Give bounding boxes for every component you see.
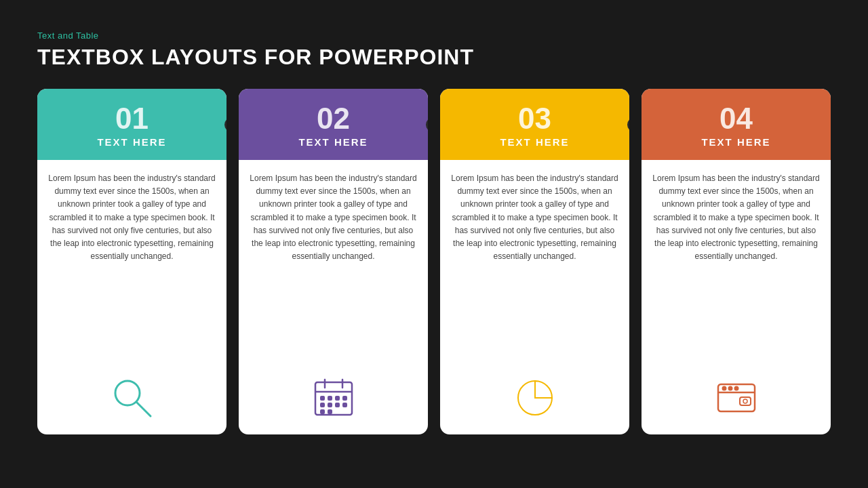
card-1-title: TEXT HERE: [97, 136, 166, 148]
card-wrapper-4: 04 TEXT HERE Lorem Ipsum has been the in…: [642, 89, 831, 434]
svg-point-22: [743, 399, 747, 403]
card-3-body: Lorem Ipsum has been the industry's stan…: [440, 160, 629, 434]
card-4-title: TEXT HERE: [701, 136, 770, 148]
svg-rect-14: [321, 410, 324, 413]
svg-point-18: [722, 387, 726, 390]
cards-container: 01 TEXT HERE Lorem Ipsum has been the in…: [37, 89, 831, 468]
wallet-icon: [713, 371, 760, 425]
slide: Text and Table TEXTBOX LAYOUTS FOR POWER…: [0, 0, 868, 488]
card-1-header: 01 TEXT HERE: [37, 89, 226, 160]
card-4-header: 04 TEXT HERE: [642, 89, 831, 160]
card-wrapper-1: 01 TEXT HERE Lorem Ipsum has been the in…: [37, 89, 226, 434]
calendar-icon: [310, 371, 357, 425]
card-2-header: 02 TEXT HERE: [239, 89, 428, 160]
svg-line-1: [136, 402, 151, 416]
card-3-header: 03 TEXT HERE: [440, 89, 629, 160]
svg-rect-11: [328, 403, 332, 407]
svg-rect-21: [740, 397, 751, 405]
svg-rect-10: [321, 403, 324, 407]
card-1-body: Lorem Ipsum has been the industry's stan…: [37, 160, 226, 434]
subtitle: Text and Table: [37, 30, 831, 41]
svg-rect-15: [328, 410, 332, 413]
card-4-text: Lorem Ipsum has been the industry's stan…: [652, 172, 820, 263]
svg-rect-9: [343, 396, 347, 400]
card-3-number: 03: [518, 104, 551, 134]
svg-point-20: [734, 387, 738, 390]
svg-point-19: [728, 387, 732, 390]
card-2-body: Lorem Ipsum has been the industry's stan…: [239, 160, 428, 434]
card-1-number: 01: [115, 104, 149, 134]
svg-rect-13: [343, 403, 347, 407]
card-2-text: Lorem Ipsum has been the industry's stan…: [250, 172, 417, 263]
card-4-number: 04: [719, 104, 753, 134]
card-3: 03 TEXT HERE Lorem Ipsum has been the in…: [440, 89, 629, 434]
card-wrapper-3: 03 TEXT HERE Lorem Ipsum has been the in…: [440, 89, 629, 434]
svg-rect-8: [336, 396, 339, 400]
card-1-text: Lorem Ipsum has been the industry's stan…: [48, 172, 216, 263]
card-2: 02 TEXT HERE Lorem Ipsum has been the in…: [239, 89, 428, 434]
card-1: 01 TEXT HERE Lorem Ipsum has been the in…: [37, 89, 226, 434]
card-3-text: Lorem Ipsum has been the industry's stan…: [451, 172, 618, 263]
pie-chart-icon: [511, 371, 559, 425]
svg-rect-7: [328, 396, 332, 400]
card-2-number: 02: [317, 104, 350, 134]
svg-rect-6: [321, 396, 324, 400]
svg-rect-12: [336, 403, 339, 407]
search-icon: [108, 371, 156, 425]
card-4-body: Lorem Ipsum has been the industry's stan…: [642, 160, 831, 434]
card-4: 04 TEXT HERE Lorem Ipsum has been the in…: [642, 89, 831, 434]
main-title: TEXTBOX LAYOUTS FOR POWERPOINT: [37, 45, 831, 70]
card-wrapper-2: 02 TEXT HERE Lorem Ipsum has been the in…: [239, 89, 428, 434]
card-2-title: TEXT HERE: [298, 136, 368, 148]
card-3-title: TEXT HERE: [500, 136, 569, 148]
